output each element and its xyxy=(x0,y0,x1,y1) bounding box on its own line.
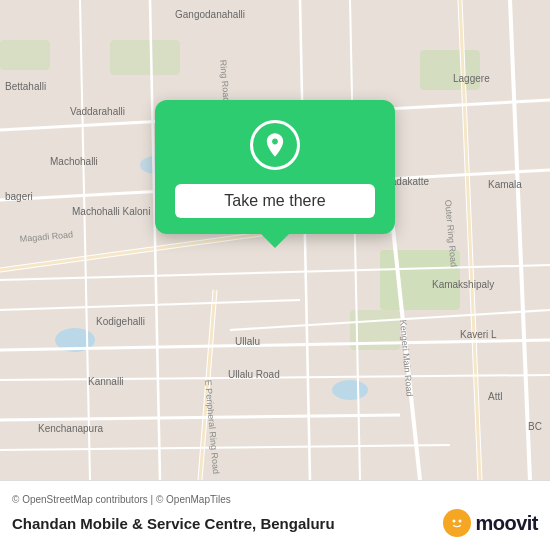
svg-text:BC: BC xyxy=(528,421,542,432)
svg-text:Kannalli: Kannalli xyxy=(88,376,124,387)
svg-text:Machohalli Kaloni: Machohalli Kaloni xyxy=(72,206,150,217)
svg-point-55 xyxy=(459,520,462,523)
place-name: Chandan Mobile & Service Centre, Bengalu… xyxy=(12,515,335,532)
take-me-there-button[interactable]: Take me there xyxy=(175,184,375,218)
svg-text:Laggere: Laggere xyxy=(453,73,490,84)
map-attribution: © OpenStreetMap contributors | © OpenMap… xyxy=(12,494,538,505)
svg-text:Kamala: Kamala xyxy=(488,179,522,190)
svg-text:Kamakshipaly: Kamakshipaly xyxy=(432,279,494,290)
svg-text:Vaddarahalli: Vaddarahalli xyxy=(70,106,125,117)
svg-point-54 xyxy=(453,520,456,523)
svg-text:Gangodanahalli: Gangodanahalli xyxy=(175,9,245,20)
moovit-icon xyxy=(443,509,471,537)
location-icon-circle xyxy=(250,120,300,170)
svg-rect-2 xyxy=(420,50,480,90)
svg-text:bageri: bageri xyxy=(5,191,33,202)
svg-text:Machohalli: Machohalli xyxy=(50,156,98,167)
svg-rect-4 xyxy=(110,40,180,75)
bottom-row: Chandan Mobile & Service Centre, Bengalu… xyxy=(12,509,538,537)
svg-text:Ullalu: Ullalu xyxy=(235,336,260,347)
svg-point-7 xyxy=(332,380,368,400)
svg-text:Bettahalli: Bettahalli xyxy=(5,81,46,92)
location-popup: Take me there xyxy=(155,100,395,234)
moovit-text: moovit xyxy=(475,512,538,535)
moovit-logo: moovit xyxy=(443,509,538,537)
moovit-face-icon xyxy=(448,514,466,532)
svg-point-53 xyxy=(448,514,466,532)
svg-text:Kaveri L: Kaveri L xyxy=(460,329,497,340)
svg-text:Kodigehalli: Kodigehalli xyxy=(96,316,145,327)
map-container: Ring Road Outer Ring Road E Peripheral R… xyxy=(0,0,550,480)
svg-text:Ullalu Road: Ullalu Road xyxy=(228,369,280,380)
svg-rect-3 xyxy=(0,40,50,70)
svg-text:Attl: Attl xyxy=(488,391,502,402)
location-pin-icon xyxy=(261,131,289,159)
bottom-bar: © OpenStreetMap contributors | © OpenMap… xyxy=(0,480,550,550)
svg-text:Kenchanapura: Kenchanapura xyxy=(38,423,103,434)
